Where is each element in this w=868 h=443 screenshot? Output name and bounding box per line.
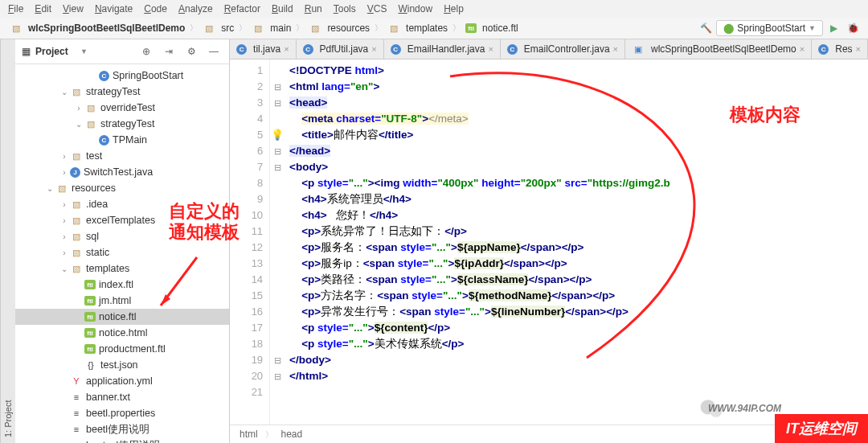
fold-marker[interactable]	[270, 111, 285, 127]
line-number[interactable]: 9	[230, 191, 263, 207]
fold-marker[interactable]: ⊟	[270, 368, 285, 384]
menu-code[interactable]: Code	[144, 3, 167, 14]
menu-file[interactable]: File	[8, 3, 23, 14]
line-number[interactable]: 4	[230, 111, 263, 127]
fold-marker[interactable]: ⊟	[270, 159, 285, 175]
fold-marker[interactable]	[270, 320, 285, 336]
menu-analyze[interactable]: Analyze	[178, 3, 213, 14]
line-number[interactable]: 17	[230, 320, 263, 336]
fold-marker[interactable]: ⊟	[270, 79, 285, 95]
line-number[interactable]: 16	[230, 304, 263, 320]
tree-twisty-icon[interactable]: ⌄	[59, 265, 70, 273]
tree-node[interactable]: {}test.json	[15, 357, 229, 373]
menu-view[interactable]: View	[63, 3, 84, 14]
breadcrumb-segment[interactable]: ftlnotice.ftl	[462, 21, 522, 35]
code-line[interactable]: <p style="...">美术传媒系统</p>	[289, 336, 868, 352]
tree-node[interactable]: ›▧excelTemplates	[15, 212, 229, 228]
code-line[interactable]: <!DOCTYPE html>	[289, 63, 868, 79]
line-number-gutter[interactable]: 123456789101112131415161718192021	[230, 59, 270, 425]
tree-node[interactable]: ›▧static	[15, 244, 229, 260]
close-icon[interactable]: ×	[800, 44, 805, 54]
code-line[interactable]: </html>	[289, 368, 868, 384]
tree-node[interactable]: CTPMain	[15, 132, 229, 148]
fold-marker[interactable]	[270, 384, 285, 400]
code-line[interactable]: <p>系统异常了！日志如下：</p>	[289, 224, 868, 240]
fold-marker[interactable]	[270, 63, 285, 79]
tree-node[interactable]: ftlnotice.html	[15, 325, 229, 341]
fold-marker[interactable]	[270, 191, 285, 207]
main-menu-bar[interactable]: FileEditViewNavigateCodeAnalyzeRefactorB…	[0, 0, 868, 18]
code-line[interactable]: <p>服务ip：<span style="...">${ipAddr}</spa…	[289, 256, 868, 272]
menu-build[interactable]: Build	[272, 3, 293, 14]
menu-window[interactable]: Window	[398, 3, 432, 14]
project-tool-tab[interactable]: 1: Project	[0, 39, 15, 443]
tree-twisty-icon[interactable]: ›	[59, 248, 70, 257]
fold-marker[interactable]	[270, 336, 285, 352]
tree-node[interactable]: ›▧.idea	[15, 196, 229, 212]
fold-marker[interactable]	[270, 240, 285, 256]
breadcrumb-path[interactable]: ▧wlcSpringBootBeetlSqlBeetlDemo〉▧src〉▧ma…	[6, 20, 695, 36]
menu-refactor[interactable]: Refactor	[224, 3, 260, 14]
line-number[interactable]: 6	[230, 143, 263, 159]
tree-node[interactable]: ftlindex.ftl	[15, 277, 229, 293]
fold-marker[interactable]	[270, 272, 285, 288]
crumb-html[interactable]: html	[240, 429, 258, 440]
menu-tools[interactable]: Tools	[334, 3, 356, 14]
line-number[interactable]: 2	[230, 79, 263, 95]
collapse-icon[interactable]: ⇥	[160, 43, 178, 60]
line-number[interactable]: 8	[230, 175, 263, 191]
tree-twisty-icon[interactable]: ⌄	[59, 88, 70, 96]
tree-node[interactable]: ⌄▧strategyTest	[15, 116, 229, 132]
code-line[interactable]: </head>	[289, 143, 868, 159]
fold-marker[interactable]	[270, 256, 285, 272]
tree-node[interactable]: ›▧test	[15, 148, 229, 164]
fold-marker[interactable]	[270, 304, 285, 320]
run-configuration-select[interactable]: ⬤ SpringBootStart ▼	[716, 20, 823, 36]
fold-marker[interactable]: ⊟	[270, 352, 285, 368]
fold-marker[interactable]	[270, 207, 285, 224]
tree-node[interactable]: ≡beetsql使用说明	[15, 437, 229, 443]
code-line[interactable]: <meta charset="UTF-8"></meta>	[289, 111, 868, 127]
menu-edit[interactable]: Edit	[35, 3, 51, 14]
breadcrumb-segment[interactable]: ▧main	[248, 20, 294, 36]
tree-twisty-icon[interactable]: ›	[73, 104, 84, 113]
tree-twisty-icon[interactable]: ›	[59, 232, 70, 241]
line-number[interactable]: 10	[230, 207, 263, 224]
code-line[interactable]: <title>邮件内容</title>	[289, 127, 868, 143]
line-number[interactable]: 15	[230, 288, 263, 304]
tree-twisty-icon[interactable]: ›	[59, 168, 70, 177]
fold-marker[interactable]: ⊟	[270, 95, 285, 111]
code-line[interactable]: <p>方法名字：<span style="...">${methodName}<…	[289, 288, 868, 304]
crumb-head[interactable]: head	[280, 429, 302, 440]
tree-node[interactable]: ≡banner.txt	[15, 389, 229, 405]
build-button[interactable]: 🔨	[697, 19, 714, 37]
tree-twisty-icon[interactable]: ›	[59, 200, 70, 209]
code-line[interactable]: <html lang="en">	[289, 79, 868, 95]
code-line[interactable]: <p style="..."><img width="400px" height…	[289, 175, 868, 191]
tree-node[interactable]: ⌄▧templates	[15, 260, 229, 277]
line-number[interactable]: 12	[230, 240, 263, 256]
tree-node[interactable]: ›JSwitchTest.java	[15, 164, 229, 180]
close-icon[interactable]: ×	[856, 44, 861, 54]
line-number[interactable]: 3	[230, 95, 263, 111]
fold-marker[interactable]	[270, 288, 285, 304]
fold-marker[interactable]	[270, 224, 285, 240]
fold-gutter[interactable]: ⊟⊟💡⊟⊟⊟⊟	[270, 59, 285, 425]
line-number[interactable]: 5	[230, 127, 263, 143]
chevron-down-icon[interactable]: ▼	[80, 47, 88, 55]
editor-tab[interactable]: CEmailHandler.java×	[384, 39, 501, 59]
tree-node[interactable]: ≡beetl.properties	[15, 405, 229, 421]
project-panel-title[interactable]: Project	[35, 46, 76, 57]
close-icon[interactable]: ×	[488, 44, 493, 54]
close-icon[interactable]: ×	[284, 44, 289, 54]
editor-tab[interactable]: CPdfUtil.java×	[297, 39, 384, 59]
editor-tab[interactable]: CRes×	[812, 39, 868, 59]
line-number[interactable]: 18	[230, 336, 263, 352]
breadcrumb-segment[interactable]: ▧src	[199, 20, 237, 36]
code-line[interactable]: <h4> 您好！</h4>	[289, 207, 868, 224]
tree-node[interactable]: ftljm.html	[15, 293, 229, 309]
code-line[interactable]: <body>	[289, 159, 868, 175]
menu-navigate[interactable]: Navigate	[95, 3, 133, 14]
fold-marker[interactable]: 💡	[270, 127, 285, 143]
editor-tab[interactable]: CEmailController.java×	[501, 39, 625, 59]
